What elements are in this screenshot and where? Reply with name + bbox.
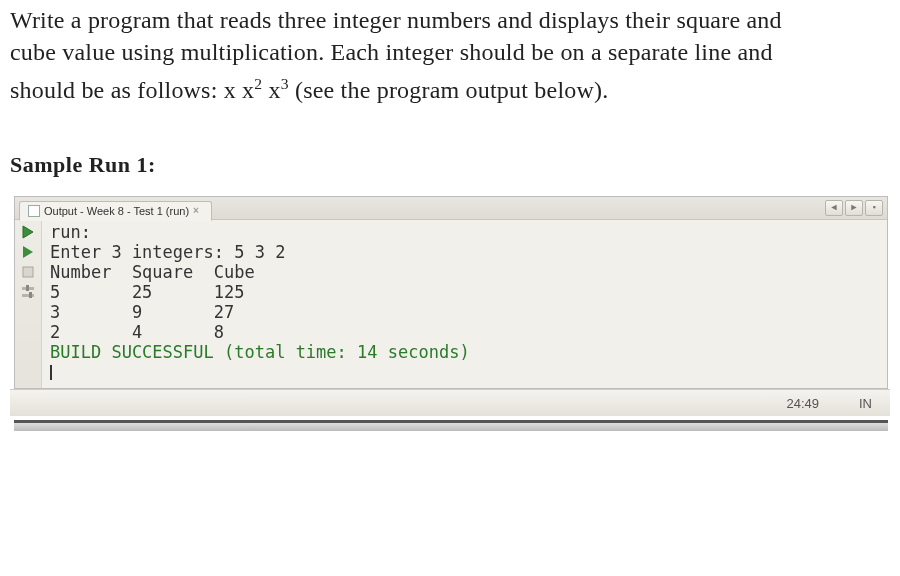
sample-run-heading: Sample Run 1: <box>10 152 890 178</box>
tab-bar: Output - Week 8 - Test 1 (run) × ◄ ► ▪ <box>15 197 887 220</box>
rerun-alt-icon[interactable] <box>20 244 36 260</box>
console-output[interactable]: run: Enter 3 integers: 5 3 2 Number Squa… <box>42 220 887 388</box>
svg-rect-5 <box>22 294 34 297</box>
status-mode: IN <box>859 396 872 411</box>
stop-icon[interactable] <box>20 264 36 280</box>
close-tab-icon[interactable]: × <box>193 206 203 216</box>
output-tab[interactable]: Output - Week 8 - Test 1 (run) × <box>19 201 212 221</box>
problem-statement: Write a program that reads three integer… <box>10 4 890 106</box>
svg-marker-2 <box>23 246 33 258</box>
tab-nav-controls: ◄ ► ▪ <box>825 200 883 216</box>
settings-icon[interactable] <box>20 284 36 300</box>
prompt-line-3-mid: x <box>262 77 280 103</box>
console-line-row-2: 3 9 27 <box>50 302 234 322</box>
svg-rect-3 <box>23 267 33 277</box>
console-toolbar <box>15 220 42 388</box>
console-line-row-3: 2 4 8 <box>50 322 224 342</box>
output-tab-title: Output - Week 8 - Test 1 (run) <box>44 202 189 220</box>
console-line-run: run: <box>50 222 91 242</box>
superscript-3: 3 <box>281 75 289 92</box>
prompt-line-1: Write a program that reads three integer… <box>10 7 782 33</box>
scrollbar-track[interactable] <box>14 420 888 431</box>
status-time: 24:49 <box>786 396 819 411</box>
prompt-line-2: cube value using multiplication. Each in… <box>10 39 773 65</box>
console-line-row-1: 5 25 125 <box>50 282 244 302</box>
nav-prev-button[interactable]: ◄ <box>825 200 843 216</box>
rerun-icon[interactable] <box>20 224 36 240</box>
svg-rect-7 <box>29 292 32 298</box>
prompt-line-3-prefix: should be as follows: x x <box>10 77 254 103</box>
output-pane-icon <box>28 205 40 217</box>
text-cursor <box>50 365 53 380</box>
console-line-input: Enter 3 integers: 5 3 2 <box>50 242 285 262</box>
nav-more-button[interactable]: ▪ <box>865 200 883 216</box>
console-line-build: BUILD SUCCESSFUL (total time: 14 seconds… <box>50 342 470 362</box>
prompt-line-3-suffix: (see the program output below). <box>289 77 609 103</box>
ide-output-panel: Output - Week 8 - Test 1 (run) × ◄ ► ▪ r… <box>14 196 888 389</box>
status-bar: 24:49 IN <box>10 389 890 416</box>
svg-rect-6 <box>26 285 29 291</box>
nav-next-button[interactable]: ► <box>845 200 863 216</box>
console-line-header: Number Square Cube <box>50 262 255 282</box>
console-body: run: Enter 3 integers: 5 3 2 Number Squa… <box>15 220 887 388</box>
svg-marker-0 <box>23 226 33 238</box>
